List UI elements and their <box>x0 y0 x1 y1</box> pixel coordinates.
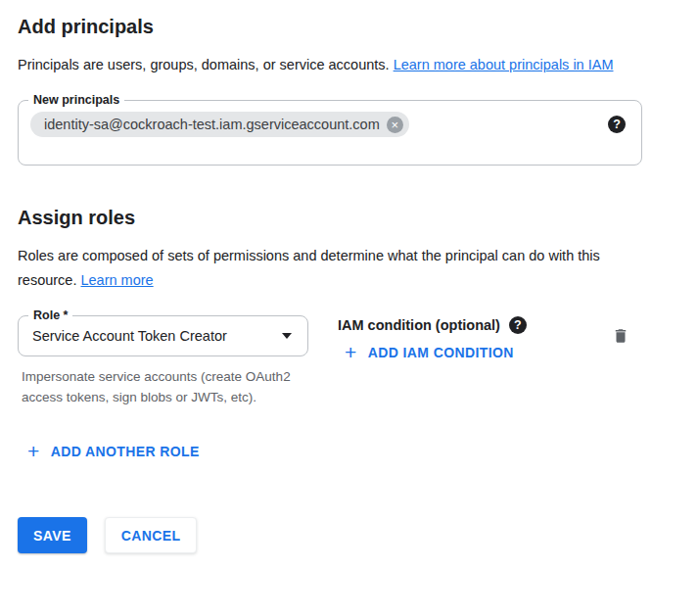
role-value: Service Account Token Creator <box>32 328 227 344</box>
delete-icon <box>612 326 629 346</box>
role-column: Role * Service Account Token Creator Imp… <box>18 315 308 407</box>
role-select[interactable]: Role * Service Account Token Creator <box>18 315 308 356</box>
principals-description-text: Principals are users, groups, domains, o… <box>18 57 394 72</box>
actions-bar: SAVE CANCEL <box>18 517 642 553</box>
learn-more-principals-link[interactable]: Learn more about principals in IAM <box>394 57 614 72</box>
learn-more-roles-link[interactable]: Learn more <box>80 272 153 288</box>
cancel-button[interactable]: CANCEL <box>105 517 198 553</box>
page-title: Add principals <box>18 16 642 38</box>
new-principals-field[interactable]: New principals identity-sa@cockroach-tes… <box>18 100 642 166</box>
plus-icon: + <box>345 345 357 360</box>
principals-description: Principals are users, groups, domains, o… <box>18 53 640 77</box>
add-iam-condition-button[interactable]: + ADD IAM CONDITION <box>337 337 522 368</box>
iam-condition-section: IAM condition (optional) ? + ADD IAM CON… <box>338 315 527 368</box>
principal-chip-text: identity-sa@cockroach-test.iam.gservicea… <box>44 117 380 132</box>
role-label: Role * <box>28 308 72 323</box>
add-another-role-button[interactable]: + ADD ANOTHER ROLE <box>20 436 208 467</box>
iam-condition-help-icon[interactable]: ? <box>509 316 527 334</box>
roles-description: Roles are composed of sets of permission… <box>18 244 625 293</box>
assign-roles-title: Assign roles <box>18 207 642 229</box>
principal-chip: identity-sa@cockroach-test.iam.gservicea… <box>30 112 409 137</box>
add-iam-condition-label: ADD IAM CONDITION <box>368 345 514 360</box>
save-button[interactable]: SAVE <box>18 517 87 553</box>
plus-icon: + <box>27 444 40 459</box>
add-another-role-label: ADD ANOTHER ROLE <box>51 444 200 459</box>
close-icon: × <box>391 118 398 131</box>
delete-role-button[interactable] <box>612 326 629 346</box>
new-principals-label: New principals <box>28 92 124 108</box>
role-row: Role * Service Account Token Creator Imp… <box>18 315 642 407</box>
chip-remove-icon[interactable]: × <box>387 117 403 133</box>
iam-condition-label: IAM condition (optional) <box>338 317 500 333</box>
help-icon[interactable]: ? <box>608 116 626 133</box>
arrow-drop-down-icon <box>282 333 292 339</box>
role-helper-text: Impersonate service accounts (create OAu… <box>22 366 308 407</box>
add-principals-panel: Add principals Principals are users, gro… <box>0 0 698 553</box>
iam-condition-label-row: IAM condition (optional) ? <box>338 316 527 334</box>
